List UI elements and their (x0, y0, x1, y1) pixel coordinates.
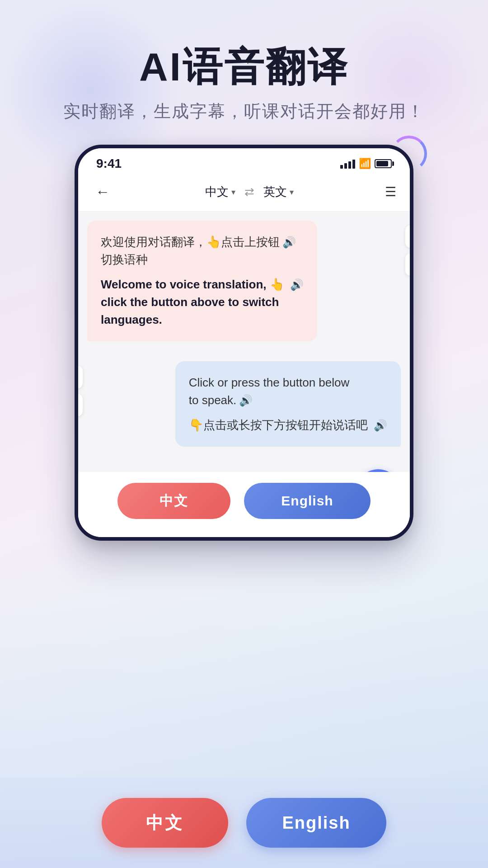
bubble-blue-en-text: Click or press the button belowto speak.… (189, 374, 387, 409)
lang-to-selector[interactable]: 英文 ▾ (263, 184, 294, 200)
phone-bottom-buttons: 中文 English (78, 472, 410, 528)
more-options-button-2[interactable]: ··· (75, 394, 83, 416)
page-bottom-buttons: 中文 English (102, 798, 386, 848)
bubble-blue: Click or press the button belowto speak.… (175, 361, 401, 447)
english-speak-button[interactable]: English (244, 483, 371, 519)
signal-icon (340, 159, 355, 169)
chinese-speak-button[interactable]: 中文 (117, 483, 230, 519)
subtitle: 实时翻译，生成字幕，听课对话开会都好用！ (0, 100, 488, 123)
bubble-pink: 欢迎使用对话翻译，👆点击上按钮🔊 切换语种 Welcome to voice t… (87, 221, 317, 341)
battery-icon (375, 159, 392, 168)
lang-from-arrow: ▾ (231, 187, 235, 197)
page-english-button[interactable]: English (246, 798, 386, 848)
phone-mockup: 9:41 📶 ← 中文 ▾ (75, 145, 413, 541)
lang-to-arrow: ▾ (290, 187, 294, 197)
settings-icon[interactable]: ☰ (385, 184, 396, 199)
nav-center: 中文 ▾ ⇄ 英文 ▾ (113, 184, 385, 200)
swap-languages-icon[interactable]: ⇄ (244, 185, 254, 199)
microphone-button[interactable] (405, 225, 413, 248)
status-bar: 9:41 📶 (78, 148, 410, 175)
status-icons: 📶 (340, 158, 392, 170)
pink-bubble-actions: ··· (405, 225, 413, 276)
more-options-button[interactable]: ··· (405, 253, 413, 276)
lang-to-label: 英文 (263, 184, 287, 200)
status-time: 9:41 (96, 156, 122, 171)
phone-safe-area (78, 528, 410, 537)
phone-frame: 9:41 📶 ← 中文 ▾ (75, 145, 413, 541)
blue-bubble-actions: ··· (75, 366, 83, 416)
page-bottom: 中文 English (0, 778, 488, 868)
bubble-cn-text: 欢迎使用对话翻译，👆点击上按钮🔊 切换语种 (101, 233, 304, 269)
nav-bar: ← 中文 ▾ ⇄ 英文 ▾ ☰ (78, 175, 410, 212)
back-button[interactable]: ← (92, 180, 113, 204)
lang-from-label: 中文 (205, 184, 229, 200)
decorative-arc (391, 136, 427, 172)
main-title: AI语音翻译 (0, 45, 488, 89)
microphone-button-2[interactable] (75, 366, 83, 388)
chat-area: 欢迎使用对话翻译，👆点击上按钮🔊 切换语种 Welcome to voice t… (78, 212, 410, 528)
bubble-blue-cn-text: 👇点击或长按下方按钮开始说话吧 🔊 (189, 416, 387, 434)
lang-from-selector[interactable]: 中文 ▾ (205, 184, 235, 200)
page-chinese-button[interactable]: 中文 (102, 798, 228, 848)
header: AI语音翻译 实时翻译，生成字幕，听课对话开会都好用！ (0, 0, 488, 141)
bubble-en-text: Welcome to voice translation, 👆 🔊 click … (101, 276, 304, 329)
wifi-icon: 📶 (359, 158, 371, 170)
